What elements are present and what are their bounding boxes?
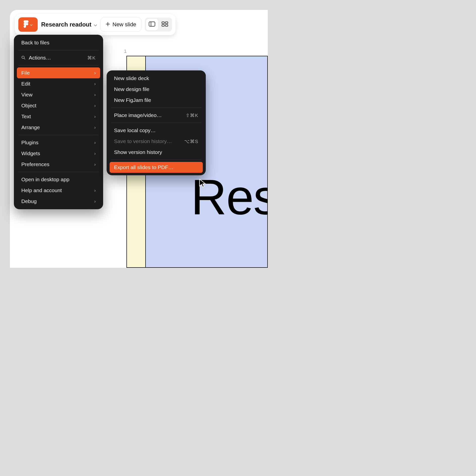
menu-item-label: Actions… <box>29 55 51 61</box>
chevron-right-icon: › <box>94 70 96 76</box>
menu-item-file[interactable]: File › <box>17 67 100 78</box>
menu-item-text[interactable]: Text › <box>14 111 103 122</box>
top-toolbar: Research readout New slide <box>15 14 176 35</box>
chevron-right-icon: › <box>94 140 96 145</box>
menu-item-arrange[interactable]: Arrange › <box>14 122 103 133</box>
search-icon <box>21 55 25 61</box>
svg-rect-5 <box>162 25 164 26</box>
menu-separator <box>18 135 99 135</box>
menu-separator <box>111 160 201 160</box>
svg-rect-4 <box>165 22 168 24</box>
file-submenu: New slide deck New design file New FigJa… <box>107 70 206 175</box>
chevron-right-icon: › <box>94 199 96 204</box>
menu-separator <box>111 123 201 123</box>
svg-line-8 <box>24 58 25 59</box>
single-view-button[interactable] <box>146 19 158 30</box>
menu-item-back-to-files[interactable]: Back to files <box>14 37 103 48</box>
document-title[interactable]: Research readout <box>41 21 97 28</box>
menu-separator <box>111 108 201 108</box>
menu-separator <box>18 65 99 65</box>
menu-item-debug[interactable]: Debug › <box>14 196 103 207</box>
submenu-item-save-version-history[interactable]: Save to version history… ⌥⌘S <box>107 136 206 147</box>
menu-item-widgets[interactable]: Widgets › <box>14 148 103 159</box>
slide-title-text: Res <box>191 169 268 226</box>
chevron-right-icon: › <box>94 188 96 193</box>
menu-item-help-account[interactable]: Help and account › <box>14 185 103 196</box>
submenu-item-show-version-history[interactable]: Show version history <box>107 147 206 158</box>
document-title-label: Research readout <box>41 21 91 28</box>
submenu-item-new-figjam-file[interactable]: New FigJam file <box>107 95 206 106</box>
chevron-right-icon: › <box>94 81 96 87</box>
chevron-right-icon: › <box>94 151 96 156</box>
submenu-item-new-slide-deck[interactable]: New slide deck <box>107 73 206 84</box>
menu-item-preferences[interactable]: Preferences › <box>14 159 103 170</box>
single-view-icon <box>149 22 155 28</box>
svg-rect-3 <box>162 22 164 24</box>
submenu-item-export-pdf[interactable]: Export all slides to PDF… <box>110 162 203 173</box>
menu-item-object[interactable]: Object › <box>14 100 103 111</box>
menu-separator <box>18 50 99 50</box>
menu-item-view[interactable]: View › <box>14 89 103 100</box>
menu-separator <box>18 172 99 172</box>
submenu-item-new-design-file[interactable]: New design file <box>107 84 206 95</box>
chevron-right-icon: › <box>94 114 96 119</box>
menu-item-actions[interactable]: Actions… ⌘K <box>14 52 103 63</box>
menu-shortcut: ⌘K <box>87 55 96 61</box>
svg-rect-1 <box>149 22 155 26</box>
menu-shortcut: ⌥⌘S <box>184 139 198 144</box>
main-menu: Back to files Actions… ⌘K File › Edit › … <box>14 35 103 209</box>
grid-view-button[interactable] <box>159 19 171 30</box>
view-mode-toggle <box>145 18 172 31</box>
submenu-item-place-image-video[interactable]: Place image/video… ⇧⌘K <box>107 110 206 121</box>
svg-rect-6 <box>165 25 168 26</box>
figma-logo-icon <box>24 20 29 29</box>
menu-shortcut: ⇧⌘K <box>186 113 198 118</box>
submenu-item-save-local-copy[interactable]: Save local copy… <box>107 125 206 136</box>
menu-item-edit[interactable]: Edit › <box>14 78 103 89</box>
new-slide-button[interactable]: New slide <box>100 17 141 32</box>
chevron-right-icon: › <box>94 92 96 97</box>
chevron-down-icon <box>94 21 97 28</box>
plus-icon <box>106 21 110 28</box>
menu-item-open-desktop-app[interactable]: Open in desktop app <box>14 174 103 185</box>
chevron-right-icon: › <box>94 125 96 130</box>
grid-view-icon <box>162 22 168 28</box>
chevron-right-icon: › <box>94 162 96 167</box>
chevron-down-icon <box>30 22 32 27</box>
cursor-pointer-icon <box>198 178 208 188</box>
menu-item-plugins[interactable]: Plugins › <box>14 137 103 148</box>
svg-point-0 <box>26 23 28 25</box>
new-slide-label: New slide <box>113 21 136 28</box>
chevron-right-icon: › <box>94 103 96 108</box>
figma-menu-button[interactable] <box>18 17 38 32</box>
slide-number: 1 <box>124 49 127 54</box>
